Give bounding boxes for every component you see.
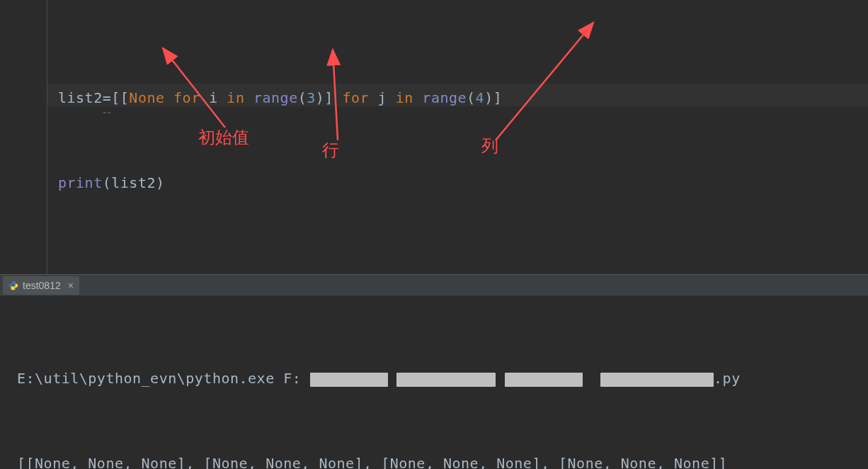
run-tool-window: test0812 × E:\util\python_evn\python.exe… [0, 275, 868, 469]
annotation-label-col: 列 [481, 135, 498, 157]
cmd-suffix: .py [714, 370, 741, 387]
console-command-line: E:\util\python_evn\python.exe F: .py [17, 364, 851, 392]
redacted-path [396, 373, 496, 387]
annotation-label-initial-value: 初始值 [198, 126, 249, 149]
run-tab-label: test0812 [23, 280, 61, 291]
token-i: i [209, 89, 218, 106]
token-paren: ( [298, 89, 307, 106]
close-icon[interactable]: × [68, 280, 74, 291]
token-number: 4 [476, 89, 485, 106]
token-paren: ( [467, 89, 476, 106]
token-var: list2 [58, 89, 103, 106]
redacted-path [310, 373, 388, 387]
code-line-2[interactable]: print(list2) [58, 169, 502, 197]
gutter-separator [47, 0, 47, 274]
token-print: print [58, 174, 103, 191]
token-eq: = [103, 84, 112, 112]
token-bracket: [ [120, 89, 130, 106]
code-area[interactable]: list2=[[None for i in range(3)] for j in… [58, 27, 502, 254]
token-none: None [129, 89, 164, 106]
token-j: j [378, 89, 387, 106]
token-paren: ) [156, 174, 165, 191]
token-for: for [342, 89, 369, 106]
token-in: in [396, 89, 413, 106]
arrow-col [496, 23, 593, 140]
redacted-path [600, 373, 714, 387]
token-bracket: ] [493, 89, 503, 106]
annotation-label-row: 行 [322, 139, 339, 162]
code-line-1[interactable]: list2=[[None for i in range(3)] for j in… [58, 84, 502, 112]
token-range: range [253, 89, 298, 106]
token-number: 3 [307, 89, 316, 106]
token-bracket: ] [324, 89, 333, 106]
token-arg: list2 [111, 174, 156, 191]
redacted-path [505, 373, 583, 387]
run-tab-test0812[interactable]: test0812 × [3, 276, 79, 295]
token-paren: ( [103, 174, 112, 191]
cmd-prefix: E:\util\python_evn\python.exe F: [17, 370, 301, 387]
console-output-line: [[None, None, None], [None, None, None],… [17, 449, 851, 469]
token-paren: ) [484, 89, 493, 106]
python-file-icon [8, 281, 18, 290]
token-range: range [422, 89, 467, 106]
token-bracket: [ [111, 89, 120, 106]
token-paren: ) [316, 89, 325, 106]
editor-pane: list2=[[None for i in range(3)] for j in… [0, 0, 868, 275]
run-tabs-bar: test0812 × [0, 275, 868, 296]
token-in: in [227, 89, 244, 106]
token-for: for [173, 89, 200, 106]
console-output[interactable]: E:\util\python_evn\python.exe F: .py [[N… [0, 296, 868, 469]
